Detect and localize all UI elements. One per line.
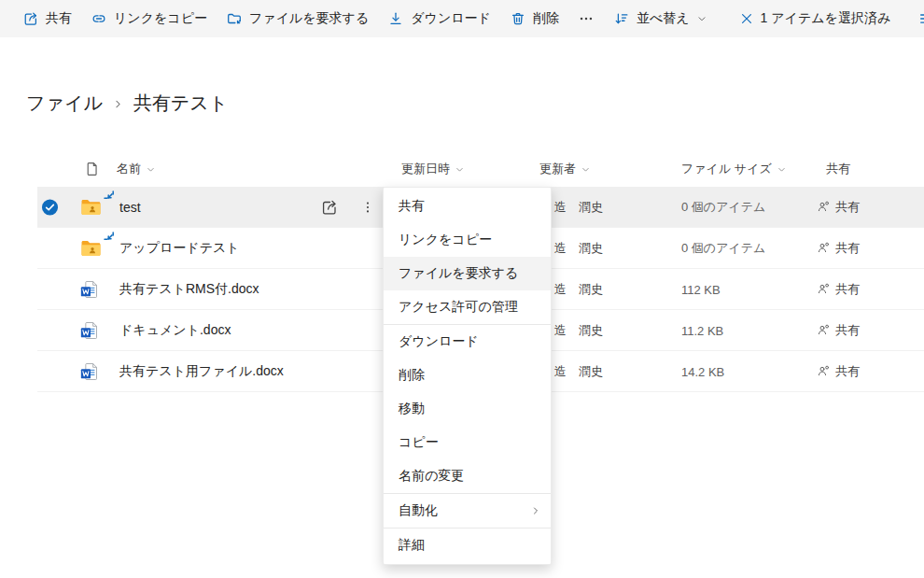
context-menu-item[interactable]: アクセス許可の管理 — [384, 290, 551, 324]
sharing-status[interactable]: 共有 — [817, 199, 860, 216]
link-icon — [91, 10, 107, 27]
menu-item-label: 移動 — [399, 401, 425, 417]
breadcrumb-item-files[interactable]: ファイル — [26, 91, 103, 116]
file-size: 14.2 KB — [681, 364, 724, 378]
trash-icon — [510, 10, 526, 27]
menu-item-label: 削除 — [399, 367, 425, 384]
people-icon — [817, 364, 831, 378]
more-commands-button[interactable] — [568, 0, 604, 37]
ellipsis-icon — [578, 10, 595, 27]
sharing-label: 共有 — [835, 322, 860, 339]
menu-item-label: コピー — [399, 434, 439, 451]
clear-selection-button[interactable]: 1 アイテムを選択済み — [730, 0, 901, 37]
shared-folder-icon — [80, 239, 102, 257]
modified-by: 造 潤史 — [554, 240, 603, 257]
file-name[interactable]: ドキュメント.docx — [119, 322, 231, 339]
sharing-label: 共有 — [835, 281, 860, 298]
request-files-icon — [226, 10, 243, 27]
file-name[interactable]: 共有テスト用ファイル.docx — [119, 363, 284, 380]
copy-link-button[interactable]: リンクをコピー — [81, 0, 217, 37]
list-view-icon — [918, 10, 924, 27]
chevron-down-icon — [581, 164, 591, 175]
word-document-icon — [80, 280, 99, 299]
modified-by-column-header[interactable]: 更新者 — [539, 161, 591, 177]
shared-folder-icon — [80, 198, 102, 216]
breadcrumb-item-current[interactable]: 共有テスト — [133, 91, 228, 116]
file-size-column-header[interactable]: ファイル サイズ — [681, 161, 787, 177]
onedrive-file-browser: 共有 リンクをコピー ファイルを要求する — [0, 0, 924, 578]
modified-by: 造 潤史 — [554, 281, 603, 298]
modified-column-header[interactable]: 更新日時 — [401, 161, 465, 177]
people-icon — [817, 200, 831, 214]
sharing-label: 共有 — [835, 199, 860, 216]
modified-by: 造 潤史 — [554, 322, 603, 339]
file-name[interactable]: アップロードテスト — [119, 240, 240, 257]
sharing-label: 共有 — [835, 240, 860, 257]
chevron-down-icon — [777, 164, 787, 175]
context-menu-item[interactable]: 削除 — [384, 359, 551, 392]
file-size: 11.2 KB — [681, 323, 723, 337]
view-options-button[interactable] — [909, 0, 924, 37]
context-menu-item[interactable]: 詳細 — [384, 529, 551, 562]
file-size: 112 KB — [681, 282, 721, 296]
document-icon — [84, 161, 101, 177]
sharing-status[interactable]: 共有 — [817, 240, 860, 257]
context-menu-item[interactable]: コピー — [384, 426, 551, 459]
menu-item-label: 共有 — [399, 198, 425, 215]
delete-button[interactable]: 削除 — [500, 0, 568, 37]
modified-by: 造 潤史 — [554, 363, 603, 380]
chevron-right-icon — [530, 505, 541, 516]
menu-item-label: アクセス許可の管理 — [399, 299, 518, 316]
new-item-sparkle-icon — [104, 190, 117, 204]
share-icon — [22, 10, 39, 27]
row-checkbox-checked[interactable] — [41, 198, 59, 216]
people-icon — [817, 282, 831, 296]
sharing-column-header[interactable]: 共有 — [826, 161, 850, 177]
download-label: ダウンロード — [411, 10, 491, 27]
command-bar-right: 並べ替え 1 アイテムを選択済み — [604, 0, 924, 37]
context-menu-item[interactable]: 自動化 — [384, 494, 551, 528]
new-item-sparkle-icon — [104, 232, 117, 245]
share-button[interactable]: 共有 — [13, 0, 81, 37]
request-files-button[interactable]: ファイルを要求する — [217, 0, 378, 37]
file-name[interactable]: test — [119, 200, 141, 215]
dismiss-icon — [739, 11, 754, 26]
breadcrumb: ファイル 共有テスト — [26, 91, 228, 116]
name-column-header[interactable]: 名前 — [117, 161, 156, 177]
menu-item-label: 自動化 — [399, 502, 438, 519]
context-menu-item[interactable]: 移動 — [384, 392, 551, 426]
context-menu-item[interactable]: ダウンロード — [384, 325, 551, 359]
sharing-label: 共有 — [835, 363, 860, 380]
file-size: 0 個のアイテム — [681, 240, 765, 257]
request-files-label: ファイルを要求する — [249, 10, 369, 27]
menu-item-label: リンクをコピー — [399, 232, 492, 248]
sort-button[interactable]: 並べ替え — [604, 0, 717, 37]
row-more-icon[interactable] — [360, 200, 375, 215]
menu-item-label: 詳細 — [399, 537, 425, 554]
context-menu-item[interactable]: リンクをコピー — [384, 223, 551, 257]
menu-item-label: 名前の変更 — [399, 468, 464, 485]
sharing-status[interactable]: 共有 — [817, 281, 860, 298]
file-size: 0 個のアイテム — [681, 199, 765, 216]
file-name[interactable]: 共有テストRMS付.docx — [119, 281, 259, 298]
command-bar: 共有 リンクをコピー ファイルを要求する — [0, 0, 924, 37]
row-share-icon[interactable] — [320, 198, 339, 217]
download-icon — [387, 10, 404, 27]
file-type-column-header[interactable] — [84, 161, 101, 177]
chevron-down-icon — [455, 164, 465, 175]
context-menu-item[interactable]: ファイルを要求する — [384, 257, 551, 290]
download-button[interactable]: ダウンロード — [378, 0, 500, 37]
people-icon — [817, 241, 831, 255]
sharing-status[interactable]: 共有 — [817, 363, 860, 380]
list-header: 名前 更新日時 更新者 ファイル サイズ 共有 — [0, 157, 924, 187]
chevron-right-icon — [112, 96, 124, 110]
context-menu-item[interactable]: 共有 — [384, 190, 551, 223]
sort-label: 並べ替え — [637, 10, 690, 27]
people-icon — [817, 323, 831, 337]
chevron-down-icon — [696, 13, 707, 24]
sharing-status[interactable]: 共有 — [817, 322, 860, 339]
context-menu-item[interactable]: 名前の変更 — [384, 459, 551, 493]
share-label: 共有 — [46, 10, 72, 27]
modified-by: 造 潤史 — [554, 199, 603, 216]
context-menu: 共有リンクをコピーファイルを要求するアクセス許可の管理ダウンロード削除移動コピー… — [383, 187, 552, 565]
